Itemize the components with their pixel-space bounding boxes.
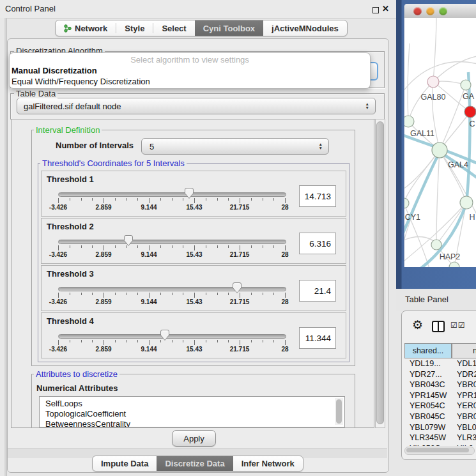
cell-shared-name[interactable]: YDL19... <box>410 359 441 368</box>
cell-name[interactable]: YDL1 <box>457 359 476 368</box>
cell-shared-name[interactable]: YBL079W <box>410 423 445 432</box>
slider-track[interactable] <box>58 192 286 197</box>
tab-jactivemnodules[interactable]: jActiveMNodules <box>263 20 347 36</box>
cell-shared-name[interactable]: YBR045C <box>410 412 445 421</box>
tab-label: Select <box>162 24 186 33</box>
network-node-red-node[interactable] <box>464 106 476 118</box>
threshold-value-field[interactable]: 6.316 <box>299 233 336 254</box>
network-node-unnamed[interactable] <box>461 80 471 90</box>
slider-scale-labels: -3.4262.8599.14415.4321.71528 <box>58 346 285 353</box>
algorithm-prompt-item: Select algorithm to view settings <box>10 55 370 65</box>
cell-name[interactable]: YDR2 <box>457 370 476 379</box>
threshold-value-field[interactable]: 21.4 <box>299 280 336 302</box>
cell-shared-name[interactable]: YIL052C <box>410 444 441 446</box>
threshold-value-field[interactable]: 11.344 <box>299 327 336 349</box>
cell-shared-name[interactable]: YBR043C <box>410 380 445 389</box>
gear-icon[interactable]: ⚙ <box>412 319 423 331</box>
node-label-C: C <box>469 119 475 128</box>
threshold-row-4: Threshold 4-3.4262.8599.14415.4321.71528… <box>41 312 346 358</box>
panel-divider[interactable] <box>0 18 7 476</box>
threshold-label: Threshold 4 <box>47 316 94 326</box>
tab-style[interactable]: Style <box>116 20 153 36</box>
cell-name[interactable]: YIL0 <box>457 444 473 446</box>
network-edge[interactable] <box>404 150 440 203</box>
close-traffic-light[interactable] <box>413 7 422 15</box>
apply-button[interactable]: Apply <box>172 430 216 447</box>
slider-track[interactable] <box>58 334 286 339</box>
cell-name[interactable]: YBR0 <box>457 412 476 421</box>
numerical-attributes-list[interactable]: SelfLoopsTopologicalCoefficientBetweenne… <box>39 396 345 427</box>
network-node-GCY1[interactable] <box>404 198 409 208</box>
network-edge[interactable] <box>408 43 410 121</box>
zoom-traffic-light[interactable] <box>439 7 447 15</box>
combo-arrows-icon: ▲▼ <box>365 102 369 110</box>
attribute-item[interactable]: TopologicalCoefficient <box>45 409 126 418</box>
bottom-tab-discretize-data[interactable]: Discretize Data <box>157 456 233 471</box>
bottom-tab-impute-data[interactable]: Impute Data <box>93 456 157 471</box>
table-panel: ⚙ ☑☑ shared... na YDL19...YDL1YDR27...YD… <box>401 311 476 460</box>
cell-name[interactable]: YPR1 <box>457 391 476 400</box>
network-edge[interactable] <box>408 82 433 121</box>
cell-name[interactable]: YER0 <box>457 401 476 410</box>
tab-label: Infer Network <box>242 459 295 468</box>
column-header-name[interactable]: na <box>452 343 476 358</box>
tab-cyni-toolbox[interactable]: Cyni Toolbox <box>195 20 263 36</box>
slider-ticks <box>58 198 285 204</box>
cell-name[interactable]: YBR0 <box>457 380 476 389</box>
threshold-label: Threshold 2 <box>47 222 94 231</box>
slider-track[interactable] <box>58 287 286 291</box>
network-edge[interactable] <box>433 18 436 82</box>
table-hscrollbar[interactable] <box>404 447 475 455</box>
minimize-traffic-light[interactable] <box>426 7 434 15</box>
cell-name[interactable]: YLR3 <box>457 433 476 442</box>
table-data-value: galFiltered.sif default node <box>24 98 121 114</box>
node-label-H: H <box>469 213 475 222</box>
bottom-tab-infer-network[interactable]: Infer Network <box>233 456 303 471</box>
cell-shared-name[interactable]: YPR145W <box>410 391 447 400</box>
algorithm-dropdown-popup: Select algorithm to view settings Manual… <box>9 52 371 89</box>
slider-thumb[interactable] <box>233 282 242 293</box>
slider-thumb[interactable] <box>124 235 133 246</box>
settings-viewport: Interval Definition Number of Intervals … <box>11 119 374 428</box>
cell-shared-name[interactable]: YDR27... <box>410 370 442 379</box>
network-edge-thick[interactable] <box>404 152 440 238</box>
tab-label: Network <box>75 24 107 33</box>
tab-label: jActiveMNodules <box>272 24 339 33</box>
network-node-GAL4[interactable] <box>432 142 447 158</box>
network-canvas[interactable]: GAL80GACGAL11GAL4GCY1HHAP2 <box>404 18 476 267</box>
settings-scrollbar[interactable] <box>375 119 385 428</box>
node-label-HAP2: HAP2 <box>440 252 461 261</box>
close-icon[interactable]: ✕ <box>382 3 389 15</box>
slider-thumb[interactable] <box>185 188 194 199</box>
cell-shared-name[interactable]: YER054C <box>410 401 445 410</box>
panel-title: Control Panel <box>5 0 56 18</box>
tab-network[interactable]: Network <box>56 20 116 36</box>
cell-name[interactable]: YBL0 <box>457 423 476 432</box>
network-node-HAP2[interactable] <box>431 240 441 250</box>
thresholds-group-title: Threshold's Coordinates for 5 Intervals <box>40 158 187 168</box>
tab-label: Impute Data <box>101 459 148 468</box>
slider-ticks <box>58 245 285 251</box>
number-of-intervals-spinner[interactable]: 5 ▲▼ <box>141 138 329 155</box>
column-layout-icon[interactable] <box>432 321 445 332</box>
algorithm-item-equal-width[interactable]: Equal Width/Frequency Discretization <box>12 77 368 86</box>
algorithm-item-manual[interactable]: Manual Discretization <box>12 66 368 75</box>
network-node-GAL11[interactable] <box>404 116 414 127</box>
attribute-item[interactable]: BetweennessCentrality <box>45 419 130 427</box>
node-label-GAL4: GAL4 <box>448 160 468 169</box>
network-node-GAL80[interactable] <box>427 76 439 88</box>
tab-select[interactable]: Select <box>153 20 194 36</box>
attribute-item[interactable]: SelfLoops <box>45 399 82 408</box>
checkbox-icons[interactable]: ☑☑ <box>450 321 466 330</box>
slider-track[interactable] <box>58 240 286 244</box>
float-window-icon[interactable] <box>372 7 379 13</box>
threshold-value-field[interactable]: 14.713 <box>299 185 336 207</box>
table-data-combobox[interactable]: galFiltered.sif default node ▲▼ <box>17 98 376 114</box>
slider-ticks <box>58 340 285 346</box>
network-node-H[interactable] <box>460 196 473 209</box>
slider-thumb[interactable] <box>160 330 169 341</box>
cell-shared-name[interactable]: YLR345W <box>410 433 446 442</box>
column-header-shared[interactable]: shared... <box>404 343 452 358</box>
node-label-GA: GA <box>463 92 475 101</box>
list-scrollbar[interactable] <box>335 398 343 425</box>
